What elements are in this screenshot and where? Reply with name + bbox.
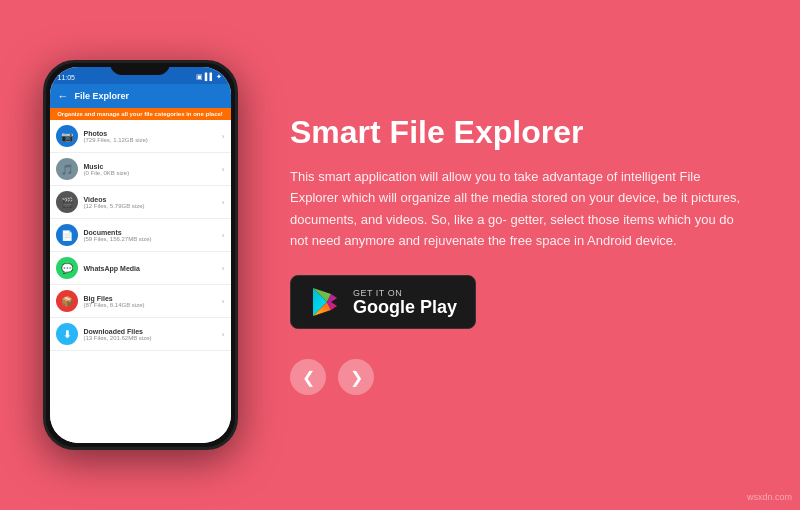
list-item: ⬇ Downloaded Files (13 Files, 201.62MB s…	[50, 318, 231, 351]
list-item: 📄 Documents (59 Files, 156.27MB size) ›	[50, 219, 231, 252]
file-name: Videos	[84, 196, 216, 203]
chevron-right-icon: ›	[222, 165, 225, 174]
whatsapp-icon: 💬	[56, 257, 78, 279]
file-name: WhatsApp Media	[84, 265, 216, 272]
file-name: Big Files	[84, 295, 216, 302]
google-play-text: GET IT ON Google Play	[353, 288, 457, 318]
file-name: Photos	[84, 130, 216, 137]
right-panel: Smart File Explorer This smart applicati…	[270, 105, 770, 406]
next-arrow-button[interactable]: ❯	[338, 359, 374, 395]
back-arrow-icon: ←	[58, 90, 69, 102]
app-description: This smart application will allow you to…	[290, 166, 750, 252]
file-size: (87 Files, 8.14GB size)	[84, 302, 216, 308]
list-item: 💬 WhatsApp Media ›	[50, 252, 231, 285]
app-title: Smart File Explorer	[290, 115, 750, 150]
prev-arrow-button[interactable]: ❮	[290, 359, 326, 395]
google-play-icon	[309, 286, 341, 318]
file-name: Documents	[84, 229, 216, 236]
bigfiles-icon: 📦	[56, 290, 78, 312]
list-item: 🎵 Music (0 File, 0KB size) ›	[50, 153, 231, 186]
google-play-label: Google Play	[353, 298, 457, 318]
navigation-arrows: ❮ ❯	[290, 359, 750, 395]
chevron-right-icon: ›	[222, 231, 225, 240]
file-size: (729 Files, 1.12GB size)	[84, 137, 216, 143]
chevron-right-icon: ›	[222, 330, 225, 339]
file-size: (12 Files, 5.79GB size)	[84, 203, 216, 209]
chevron-right-icon: ›	[222, 264, 225, 273]
videos-icon: 🎬	[56, 191, 78, 213]
file-name: Downloaded Files	[84, 328, 216, 335]
photos-icon: 📷	[56, 125, 78, 147]
file-list: 📷 Photos (729 Files, 1.12GB size) › 🎵 Mu…	[50, 120, 231, 443]
chevron-right-icon: ›	[222, 198, 225, 207]
downloads-icon: ⬇	[56, 323, 78, 345]
phone-notch	[110, 63, 170, 75]
list-item: 🎬 Videos (12 Files, 5.79GB size) ›	[50, 186, 231, 219]
file-size: (59 Files, 156.27MB size)	[84, 236, 216, 242]
file-name: Music	[84, 163, 216, 170]
list-item: 📦 Big Files (87 Files, 8.14GB size) ›	[50, 285, 231, 318]
chevron-right-icon: ›	[222, 132, 225, 141]
phone-mockup: 11:05 ▣ ▌▌ ✦ ← File Explorer Organize an…	[30, 60, 250, 450]
music-icon: 🎵	[56, 158, 78, 180]
phone-status-icons: ▣ ▌▌ ✦	[196, 73, 223, 81]
phone-header: ← File Explorer	[50, 84, 231, 108]
phone-header-title: File Explorer	[75, 91, 130, 101]
watermark: wsxdn.com	[747, 492, 792, 502]
phone-time: 11:05	[58, 74, 76, 81]
docs-icon: 📄	[56, 224, 78, 246]
orange-banner: Organize and manage all your file catego…	[50, 108, 231, 120]
chevron-right-icon: ›	[222, 297, 225, 306]
google-play-button[interactable]: GET IT ON Google Play	[290, 275, 476, 329]
file-size: (13 Files, 201.62MB size)	[84, 335, 216, 341]
phone-frame: 11:05 ▣ ▌▌ ✦ ← File Explorer Organize an…	[43, 60, 238, 450]
file-size: (0 File, 0KB size)	[84, 170, 216, 176]
phone-screen: 11:05 ▣ ▌▌ ✦ ← File Explorer Organize an…	[50, 67, 231, 443]
list-item: 📷 Photos (729 Files, 1.12GB size) ›	[50, 120, 231, 153]
